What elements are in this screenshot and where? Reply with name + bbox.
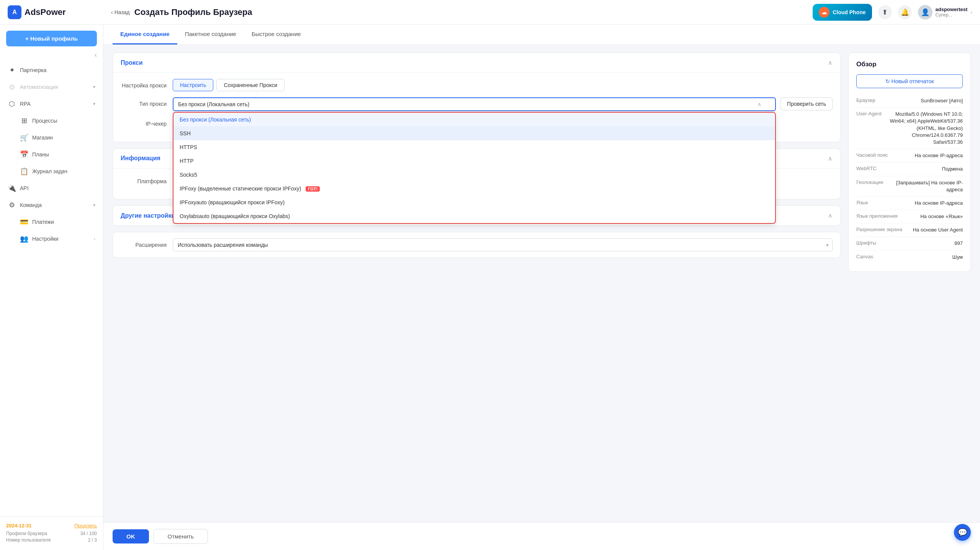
sidebar-item-label: RPA <box>20 101 31 107</box>
cloud-phone-button[interactable]: ☁ Cloud Phone <box>813 4 872 21</box>
overview-key-resolution: Разрешение экрана <box>856 227 902 233</box>
page-title: Создать Профиль Браузера <box>134 7 252 17</box>
setup-button[interactable]: Настроить <box>173 79 213 91</box>
overview-row-language: Язык На основе IP-адреса <box>856 197 963 210</box>
sidebar-item-label: Партнерка <box>20 67 46 73</box>
dropdown-item-ipfoxyauto[interactable]: IPFoxyauto (вращающийся прокси IPFoxy) <box>173 195 775 209</box>
dropdown-item-ipfoxy[interactable]: IPFoxy (выделенные статические прокси IP… <box>173 182 775 195</box>
sidebar-collapse-button[interactable]: ‹ <box>95 51 97 59</box>
new-profile-button[interactable]: + Новый профиль <box>6 31 97 46</box>
proxy-type-inner-row: Без прокси (Локальная сеть) ∧ Без прокси… <box>173 97 833 111</box>
upload-icon-button[interactable]: ⬆ <box>878 5 892 19</box>
new-fingerprint-button[interactable]: ↻ Новый отпечаток <box>856 74 963 88</box>
logo-area: A AdsPower <box>8 5 111 19</box>
dropdown-item-ssh[interactable]: SSH <box>173 126 775 140</box>
user-name: adspowertest <box>936 7 968 12</box>
overview-key-browser: Браузер <box>856 97 875 104</box>
form-scroll-area: Прокси ∧ Настройка прокси Настроить Сохр… <box>103 45 980 522</box>
sidebar-item-api[interactable]: 🔌 API <box>3 180 100 196</box>
dropdown-item-socks5[interactable]: Socks5 <box>173 168 775 182</box>
stat1-label: Профили браузера <box>6 531 47 536</box>
sidebar-item-settings[interactable]: 👥 Настройки › <box>3 231 100 247</box>
content-area: Единое создание Пакетное создание Быстро… <box>103 25 980 550</box>
overview-key-useragent: User-Agent <box>856 111 882 146</box>
tab-single-create[interactable]: Единое создание <box>113 25 177 44</box>
extensions-select-wrapper: Использовать расширения команды ▾ <box>173 238 833 251</box>
rpa-icon: ⬡ <box>8 100 16 108</box>
automation-icon: ⊙ <box>8 83 16 91</box>
support-bubble[interactable]: 💬 <box>954 524 971 541</box>
chevron-down-icon: ▾ <box>93 202 95 208</box>
stat2-label: Номер пользователя <box>6 537 51 543</box>
overview-table: Браузер SunBrowser [Авто] User-Agent Moz… <box>856 94 963 264</box>
sidebar-item-plans[interactable]: 📅 Планы <box>3 146 100 163</box>
user-area[interactable]: 👤 adspowertest Супер... › <box>918 5 972 20</box>
proxy-type-dropdown: Без прокси (Локальная сеть) SSH HTTPS HT… <box>173 112 776 224</box>
user-info: adspowertest Супер... <box>936 7 968 18</box>
saved-proxies-button[interactable]: Сохраненные Прокси <box>216 79 285 91</box>
overview-val-resolution: На основе User Agent <box>913 227 963 233</box>
proxy-type-select[interactable]: Без прокси (Локальная сеть) ∧ <box>173 97 776 111</box>
overview-row-webrtc: WebRTC Подмена <box>856 163 963 176</box>
proxy-section-body: Настройка прокси Настроить Сохраненные П… <box>113 72 840 142</box>
extensions-row: Расширения Использовать расширения коман… <box>113 232 841 258</box>
overview-key-language: Язык <box>856 200 868 207</box>
plans-icon: 📅 <box>20 150 28 159</box>
sidebar-item-task-log[interactable]: 📋 Журнал задач <box>3 163 100 179</box>
sidebar-item-label: Журнал задач <box>32 168 67 174</box>
settings-icon: 👥 <box>20 235 28 243</box>
proxy-section-header[interactable]: Прокси ∧ <box>113 53 840 72</box>
proxy-section: Прокси ∧ Настройка прокси Настроить Сохр… <box>113 53 841 142</box>
dropdown-item-oxylabsauto[interactable]: Oxylabsauto (вращающийся прокси Oxylabs) <box>173 209 775 223</box>
overview-sidebar: Обзор ↻ Новый отпечаток Браузер SunBrows… <box>848 53 971 515</box>
logo-text: AdsPower <box>25 7 66 17</box>
logo-icon: A <box>8 5 21 19</box>
proxy-type-label: Тип прокси <box>121 97 167 108</box>
back-button[interactable]: ‹ Назад <box>111 9 130 15</box>
sidebar-item-label: API <box>20 185 29 191</box>
overview-panel: Обзор ↻ Новый отпечаток Браузер SunBrows… <box>848 53 971 272</box>
sidebar-item-automation[interactable]: ⊙ Автоматизация ▾ <box>3 79 100 95</box>
tab-batch-create[interactable]: Пакетное создание <box>177 25 244 44</box>
sidebar-item-partner[interactable]: ✦ Партнерка <box>3 62 100 78</box>
proxy-select-container: Без прокси (Локальная сеть) ∧ Без прокси… <box>173 97 776 111</box>
sidebar-item-label: Команда <box>20 202 42 208</box>
proxy-type-row: Тип прокси Без прокси (Локальная сеть) ∧ <box>121 97 833 111</box>
proxy-type-control: Без прокси (Локальная сеть) ∧ Без прокси… <box>173 97 833 111</box>
info-section-title: Информация <box>121 155 160 162</box>
sidebar-item-team[interactable]: ⚙ Команда ▾ <box>3 197 100 213</box>
sidebar-item-label: Магазин <box>32 135 53 141</box>
overview-val-timezone: На основе IP-адреса <box>915 152 963 159</box>
overview-row-browser: Браузер SunBrowser [Авто] <box>856 94 963 108</box>
sidebar: + Новый профиль ‹ ✦ Партнерка ⊙ Автомати… <box>0 25 103 550</box>
overview-val-fonts: 897 <box>954 240 963 247</box>
overview-val-webrtc: Подмена <box>942 166 963 172</box>
expiry-date: 2024-12-31 <box>6 523 32 529</box>
sidebar-item-processes[interactable]: ⊞ Процессы <box>3 113 100 129</box>
other-section-chevron-icon: ∧ <box>828 212 833 219</box>
payments-icon: 💳 <box>20 218 28 226</box>
dropdown-item-https[interactable]: HTTPS <box>173 140 775 154</box>
overview-val-canvas: Шум <box>952 254 963 261</box>
dropdown-item-http[interactable]: HTTP <box>173 154 775 168</box>
overview-row-useragent: User-Agent Mozilla/5.0 (Windows NT 10.0;… <box>856 108 963 149</box>
chevron-right-icon: › <box>94 236 95 241</box>
sidebar-item-payments[interactable]: 💳 Платежи <box>3 214 100 230</box>
notification-icon-button[interactable]: 🔔 <box>898 5 912 19</box>
renew-link[interactable]: Продлить <box>74 523 97 529</box>
sidebar-item-shop[interactable]: 🛒 Магазин <box>3 130 100 146</box>
sidebar-item-label: Платежи <box>32 219 54 225</box>
ok-button[interactable]: OK <box>113 529 149 543</box>
cancel-button[interactable]: Отменить <box>154 529 208 544</box>
form-footer: OK Отменить <box>103 522 980 550</box>
tab-quick-create[interactable]: Быстрое создание <box>244 25 309 44</box>
platform-label: Платформа <box>121 175 167 186</box>
extensions-select[interactable]: Использовать расширения команды <box>173 238 833 251</box>
check-network-button[interactable]: Проверить сеть <box>780 97 833 110</box>
overview-val-browser: SunBrowser [Авто] <box>921 97 963 104</box>
overview-title: Обзор <box>856 61 963 68</box>
dropdown-item-no-proxy[interactable]: Без прокси (Локальная сеть) <box>173 113 775 126</box>
sidebar-item-rpa[interactable]: ⬡ RPA ▾ <box>3 96 100 112</box>
form-main: Прокси ∧ Настройка прокси Настроить Сохр… <box>113 53 841 515</box>
processes-icon: ⊞ <box>20 117 28 125</box>
